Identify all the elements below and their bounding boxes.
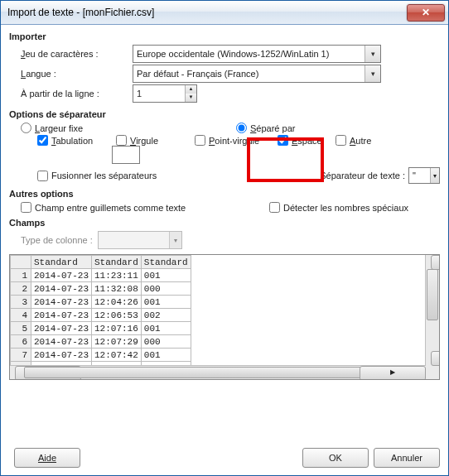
section-importer: Importer Jeu de caractères : Europe occi…	[9, 31, 440, 104]
chk-merge-separators[interactable]: Fusionner les séparateurs	[37, 171, 157, 181]
lang-label: Langue :	[21, 69, 133, 79]
section-title-fields: Champs	[9, 218, 440, 228]
charset-label: Jeu de caractères :	[21, 49, 133, 59]
chk-quoted-as-text[interactable]: Champ entre guillemets comme texte	[21, 202, 269, 213]
row-header: 6	[11, 335, 31, 349]
table-row[interactable]: 52014-07-2312:07:16001	[11, 322, 191, 335]
radio-separated-by[interactable]: Séparé par	[236, 123, 295, 133]
radio-separated-label: Séparé par	[250, 123, 295, 133]
charset-select[interactable]: Europe occidentale (Windows-1252/WinLati…	[133, 45, 381, 63]
chevron-down-icon: ▾	[365, 65, 380, 82]
coltype-label: Type de colonne :	[21, 235, 93, 245]
close-icon: ✕	[422, 7, 430, 18]
from-line-label: À partir de la ligne :	[21, 89, 133, 99]
section-fields: Champs Type de colonne : ▾ StandardStand…	[9, 218, 440, 435]
scroll-thumb-h[interactable]	[24, 367, 407, 378]
cell[interactable]: 001	[141, 269, 191, 282]
cell[interactable]: 001	[141, 349, 191, 362]
close-button[interactable]: ✕	[407, 4, 445, 22]
radio-separated-input[interactable]	[236, 123, 247, 133]
radio-fixed-label: Largeur fixe	[35, 123, 83, 133]
detect-label: Détecter les nombres spéciaux	[283, 203, 408, 213]
cell[interactable]: 002	[141, 309, 191, 322]
radio-fixed-width[interactable]: Largeur fixe	[21, 123, 236, 133]
section-title-importer: Importer	[9, 31, 440, 41]
client-area: Importer Jeu de caractères : Europe occi…	[1, 25, 448, 476]
charset-value: Europe occidentale (Windows-1252/WinLati…	[137, 49, 329, 59]
section-separator: Options de séparateur Largeur fixe Sépar…	[9, 109, 440, 184]
table-row[interactable]: 62014-07-2312:07:29000	[11, 335, 191, 349]
scroll-right-icon[interactable]: ▶	[360, 366, 426, 380]
quoted-label: Champ entre guillemets comme texte	[35, 203, 186, 213]
cell[interactable]: 2014-07-23	[31, 349, 92, 362]
table-row[interactable]: 22014-07-2311:32:08000	[11, 282, 191, 296]
chevron-down-icon: ▾	[365, 46, 380, 62]
cell[interactable]: 12:04:26	[92, 296, 142, 309]
row-header: 5	[11, 322, 31, 335]
text-delim-select[interactable]: " ▾	[408, 167, 440, 184]
table-row[interactable]: 42014-07-2312:06:53002	[11, 309, 191, 322]
cell[interactable]: 000	[141, 282, 191, 296]
chk-autre[interactable]: Autre	[336, 135, 385, 146]
section-title-separator: Options de séparateur	[9, 109, 440, 119]
section-title-other: Autres options	[9, 189, 440, 199]
chk-virgule[interactable]: Virgule	[116, 135, 195, 146]
cell[interactable]: 12:07:16	[92, 322, 142, 335]
table-row[interactable]: 32014-07-2312:04:26001	[11, 296, 191, 309]
merge-label: Fusionner les séparateurs	[51, 171, 157, 180]
column-header[interactable]: Standard	[31, 256, 92, 269]
cell[interactable]: 12:07:29	[92, 335, 142, 349]
text-delim-label: Séparateur de texte :	[320, 171, 405, 180]
scroll-down-icon[interactable]: ▼	[431, 351, 440, 366]
help-button[interactable]: Aide	[14, 448, 80, 468]
footer-buttons: Aide OK Annuler	[9, 448, 440, 468]
cell[interactable]: 12:07:42	[92, 349, 142, 362]
cell[interactable]: 2014-07-23	[31, 282, 92, 296]
column-header[interactable]: Standard	[92, 256, 142, 269]
coltype-select: ▾	[98, 231, 182, 249]
from-line-value: 1	[137, 89, 142, 99]
lang-value: Par défaut - Français (France)	[137, 69, 258, 79]
from-line-spinner[interactable]: 1 ▲▼	[133, 84, 197, 103]
scroll-thumb[interactable]	[427, 269, 438, 320]
spin-up-icon[interactable]: ▲	[185, 85, 196, 94]
spin-down-icon[interactable]: ▼	[185, 94, 196, 102]
scroll-up-icon[interactable]: ▲	[431, 255, 440, 270]
row-header: 4	[11, 309, 31, 322]
other-separator-input[interactable]	[112, 146, 140, 164]
chk-detect-special[interactable]: Détecter les nombres spéciaux	[269, 202, 408, 213]
cell[interactable]: 001	[141, 296, 191, 309]
cancel-button[interactable]: Annuler	[374, 448, 440, 468]
ok-button[interactable]: OK	[302, 448, 369, 468]
cell[interactable]: 11:32:08	[92, 282, 142, 296]
lang-select[interactable]: Par défaut - Français (France) ▾	[133, 65, 381, 83]
chevron-down-icon: ▾	[430, 168, 439, 183]
cell[interactable]: 2014-07-23	[31, 322, 92, 335]
cell[interactable]: 12:06:53	[92, 309, 142, 322]
vertical-scrollbar[interactable]: ▲ ▼	[425, 255, 439, 366]
section-other-options: Autres options Champ entre guillemets co…	[9, 189, 440, 213]
cell[interactable]: 2014-07-23	[31, 296, 92, 309]
horizontal-scrollbar[interactable]: ◀ ▶	[10, 365, 426, 379]
cell[interactable]: 001	[141, 322, 191, 335]
chk-tabulation[interactable]: Tabulation	[37, 135, 116, 146]
row-header: 2	[11, 282, 31, 296]
column-header[interactable]: Standard	[141, 256, 191, 269]
chk-espace[interactable]: Espace	[278, 135, 336, 146]
radio-fixed-input[interactable]	[21, 123, 31, 133]
preview-table[interactable]: StandardStandardStandard 12014-07-2311:2…	[10, 255, 191, 375]
cell[interactable]: 2014-07-23	[31, 335, 92, 349]
window-title: Import de texte - [monFichier.csv]	[7, 7, 407, 18]
cell[interactable]: 000	[141, 335, 191, 349]
titlebar: Import de texte - [monFichier.csv] ✕	[1, 1, 448, 25]
chk-point-virgule[interactable]: Point-virgule	[195, 135, 278, 146]
chevron-down-icon: ▾	[169, 232, 181, 248]
table-row[interactable]: 72014-07-2312:07:42001	[11, 349, 191, 362]
row-header: 7	[11, 349, 31, 362]
cell[interactable]: 2014-07-23	[31, 309, 92, 322]
table-row[interactable]: 12014-07-2311:23:11001	[11, 269, 191, 282]
row-header: 1	[11, 269, 31, 282]
cell[interactable]: 2014-07-23	[31, 269, 92, 282]
text-delim-value: "	[413, 171, 416, 180]
cell[interactable]: 11:23:11	[92, 269, 142, 282]
